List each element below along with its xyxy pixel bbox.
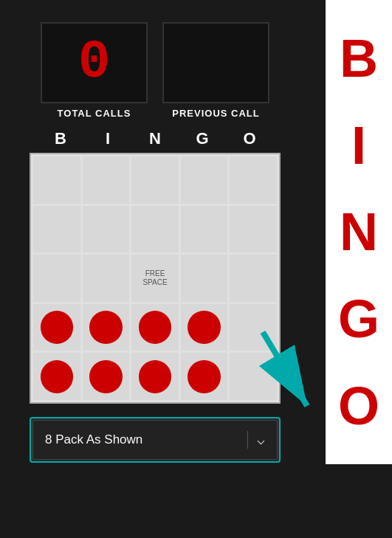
total-calls-display: 0 [41, 22, 148, 103]
red-dot [188, 311, 221, 344]
letter-b: B [42, 129, 79, 148]
bingo-grid: FREESPACE [33, 156, 277, 400]
cell-0-2[interactable] [131, 156, 179, 204]
dropdown-container[interactable]: 8 Pack As Shown ⌵ [30, 417, 281, 463]
previous-call-label: PREVIOUS CALL [172, 108, 259, 119]
red-dot [139, 311, 172, 344]
dropdown-divider [247, 431, 248, 449]
sidebar-letter-o: O [338, 379, 379, 432]
sidebar-letter-g: G [338, 292, 379, 345]
total-calls-box: 0 TOTAL CALLS [41, 22, 148, 119]
red-dot [41, 311, 74, 344]
cell-2-0[interactable] [33, 255, 80, 302]
svg-line-1 [263, 332, 307, 406]
red-dot [89, 360, 123, 393]
cell-0-1[interactable] [83, 156, 130, 204]
cell-2-3[interactable] [181, 255, 228, 302]
cell-0-3[interactable] [181, 156, 228, 204]
dropdown-inner[interactable]: 8 Pack As Shown ⌵ [32, 420, 278, 460]
previous-call-display [162, 22, 269, 103]
sidebar-bingo: B I N G O [326, 0, 392, 464]
letter-g: G [184, 129, 221, 148]
total-calls-label: TOTAL CALLS [58, 108, 131, 119]
cell-1-4[interactable] [230, 206, 277, 253]
dropdown-chevron-icon[interactable]: ⌵ [257, 432, 265, 448]
cell-0-4[interactable] [230, 156, 277, 204]
cell-1-1[interactable] [83, 206, 130, 253]
counters-row: 0 TOTAL CALLS PREVIOUS CALL [41, 22, 269, 119]
bingo-letter-headers: B I N G O [30, 129, 281, 148]
dropdown-text: 8 Pack As Shown [45, 432, 238, 447]
red-dot [41, 360, 74, 393]
sidebar-letter-b: B [340, 32, 378, 85]
cell-2-1[interactable] [83, 255, 130, 302]
cell-4-0[interactable] [33, 353, 80, 400]
cell-1-0[interactable] [33, 206, 80, 253]
cell-1-2[interactable] [131, 206, 179, 253]
cell-0-0[interactable] [33, 156, 80, 204]
letter-o: O [231, 129, 268, 148]
letter-i: I [89, 129, 126, 148]
cell-1-3[interactable] [181, 206, 228, 253]
red-dot [188, 360, 221, 393]
arrow-icon [255, 325, 322, 421]
cell-3-2[interactable] [131, 304, 179, 351]
cell-3-0[interactable] [33, 304, 80, 351]
sidebar-letter-n: N [340, 205, 378, 258]
previous-call-box: PREVIOUS CALL [162, 22, 269, 119]
letter-n: N [137, 129, 173, 148]
cell-4-1[interactable] [83, 353, 130, 400]
bingo-grid-container: FREESPACE [30, 153, 281, 404]
free-space-text: FREESPACE [142, 269, 167, 287]
cell-3-1[interactable] [83, 304, 130, 351]
cell-2-4[interactable] [230, 255, 277, 302]
red-dot [89, 311, 123, 344]
cell-3-3[interactable] [181, 304, 228, 351]
cell-4-2[interactable] [131, 353, 179, 400]
cell-4-3[interactable] [181, 353, 228, 400]
red-dot [139, 360, 172, 393]
sidebar-letter-i: I [351, 119, 366, 172]
cell-2-2-free: FREESPACE [131, 255, 179, 302]
total-calls-value: 0 [78, 36, 110, 89]
main-content: 0 TOTAL CALLS PREVIOUS CALL B I N G O [0, 0, 310, 538]
